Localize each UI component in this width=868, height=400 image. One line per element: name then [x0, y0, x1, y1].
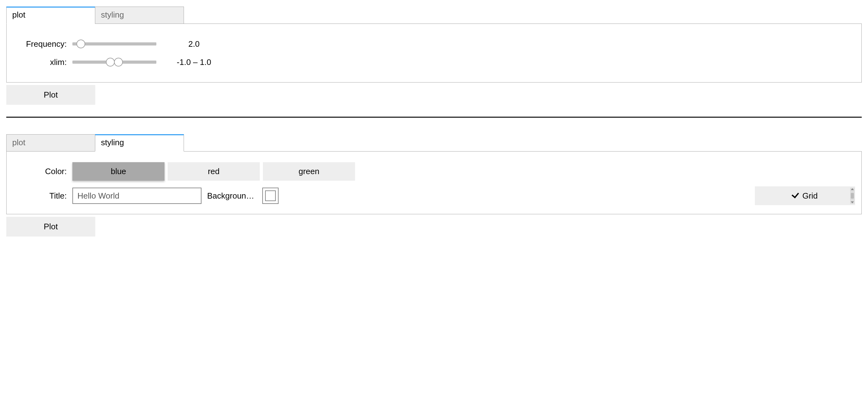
scroll-up-icon: [851, 188, 854, 190]
grid-select-scrollbar[interactable]: [850, 188, 855, 204]
title-input[interactable]: [72, 188, 202, 204]
tab-styling[interactable]: styling: [95, 7, 184, 24]
color-toggle-group: blue red green: [72, 162, 355, 181]
color-option-blue[interactable]: blue: [72, 162, 164, 181]
frequency-row: Frequency: 2.0: [13, 36, 855, 52]
tab-panel-plot: Frequency: 2.0 xlim: -1.0 – 1.0: [6, 24, 862, 83]
style-second-row: Title: Backgroun… Grid: [13, 187, 855, 205]
tab-bar: plot styling: [6, 6, 862, 24]
scroll-down-icon: [851, 201, 854, 203]
xlim-slider[interactable]: [72, 61, 156, 64]
panel-styling: plot styling Color: blue red green Title…: [6, 134, 862, 236]
tab-panel-styling: Color: blue red green Title: Backgroun… …: [6, 151, 862, 214]
xlim-label: xlim:: [13, 57, 72, 67]
frequency-slider-thumb[interactable]: [76, 39, 85, 48]
tab-plot[interactable]: plot: [6, 7, 95, 24]
scroll-thumb: [851, 193, 854, 199]
tab-styling-2[interactable]: styling: [95, 134, 184, 151]
frequency-value: 2.0: [169, 39, 219, 49]
xlim-row: xlim: -1.0 – 1.0: [13, 55, 855, 70]
background-label: Backgroun…: [207, 191, 260, 201]
xlim-value: -1.0 – 1.0: [169, 57, 219, 67]
background-color-picker[interactable]: [262, 188, 279, 204]
plot-button[interactable]: Plot: [6, 85, 95, 105]
check-icon: [792, 191, 799, 198]
frequency-slider[interactable]: [72, 42, 156, 46]
frequency-label: Frequency:: [13, 39, 72, 49]
color-option-green[interactable]: green: [263, 162, 355, 181]
grid-toggle[interactable]: Grid: [755, 187, 855, 205]
background-color-swatch: [265, 191, 276, 201]
panel-plot: plot styling Frequency: 2.0 xlim: -1.0 –…: [6, 6, 862, 105]
grid-toggle-label: Grid: [802, 191, 817, 201]
color-option-red[interactable]: red: [168, 162, 260, 181]
color-label: Color:: [13, 167, 72, 176]
divider: [6, 117, 862, 118]
title-label: Title:: [13, 191, 72, 201]
xlim-slider-thumb-low[interactable]: [106, 58, 115, 66]
tab-plot-2[interactable]: plot: [6, 134, 95, 151]
tab-bar-2: plot styling: [6, 134, 862, 151]
color-row: Color: blue red green: [13, 162, 855, 181]
plot-button-2[interactable]: Plot: [6, 217, 95, 236]
xlim-slider-thumb-high[interactable]: [114, 58, 123, 66]
